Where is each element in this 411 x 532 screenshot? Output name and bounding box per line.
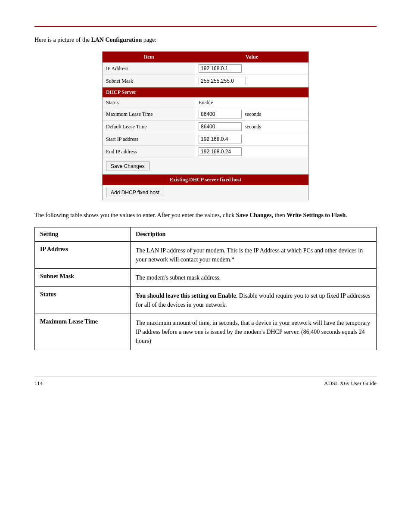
intro-text-before: Here is a picture of the bbox=[34, 37, 91, 43]
start-ip-label: Start IP address bbox=[103, 133, 195, 146]
desc-max-lease: The maximum amount of time, in seconds, … bbox=[131, 314, 377, 350]
table-row: IP Address bbox=[103, 62, 308, 75]
end-ip-input[interactable] bbox=[199, 147, 242, 156]
max-lease-unit: seconds bbox=[245, 111, 261, 117]
default-lease-input[interactable] bbox=[199, 122, 242, 131]
guide-name: ADSL X6v User Guide bbox=[324, 380, 377, 387]
setting-ip-address: IP Address bbox=[35, 242, 131, 269]
table-row: Default Lease Time seconds bbox=[103, 121, 308, 133]
subnet-mask-input[interactable] bbox=[199, 77, 246, 85]
value-column-header: Value bbox=[195, 52, 308, 62]
setting-subnet-mask: Subnet Mask bbox=[35, 269, 131, 287]
desc-status: You should leave this setting on Enable.… bbox=[131, 287, 377, 314]
lan-config-table-wrapper: Item Value IP Address Subnet Mask DHC bbox=[102, 51, 309, 200]
default-lease-value-cell: seconds bbox=[195, 121, 308, 133]
table-row: Subnet Mask The modem's subnet mask addr… bbox=[35, 269, 377, 287]
table-row: Subnet Mask bbox=[103, 75, 308, 87]
lan-config-table: Item Value IP Address Subnet Mask DHC bbox=[103, 52, 308, 158]
ip-address-input[interactable] bbox=[199, 64, 242, 73]
status-value-cell: Enable bbox=[195, 98, 308, 108]
ip-address-value-cell bbox=[195, 62, 308, 75]
table-row: Status Enable bbox=[103, 98, 308, 108]
end-ip-label: End IP address bbox=[103, 146, 195, 158]
intro-bold-text: LAN Configuration bbox=[91, 37, 142, 43]
subnet-mask-label: Subnet Mask bbox=[103, 75, 195, 87]
dhcp-section-header-cell: DHCP Server bbox=[103, 87, 308, 98]
add-dhcp-row: Add DHCP fixed host bbox=[103, 185, 308, 200]
save-changes-button[interactable]: Save Changes bbox=[106, 162, 149, 171]
intro-text-after: page: bbox=[142, 37, 156, 43]
setting-header: Setting bbox=[35, 227, 131, 242]
setting-status: Status bbox=[35, 287, 131, 314]
desc-subnet-mask: The modem's subnet mask address. bbox=[131, 269, 377, 287]
existing-dhcp-header: Existing DHCP server fixed host bbox=[103, 174, 308, 185]
intro-paragraph: Here is a picture of the LAN Configurati… bbox=[34, 35, 377, 44]
setting-max-lease: Maximum Lease Time bbox=[35, 314, 131, 350]
following-paragraph: The following table shows you the values… bbox=[34, 211, 377, 220]
table-row: Maximum Lease Time The maximum amount of… bbox=[35, 314, 377, 350]
start-ip-value-cell bbox=[195, 133, 308, 146]
max-lease-input[interactable] bbox=[199, 110, 242, 118]
start-ip-input[interactable] bbox=[199, 135, 242, 143]
default-lease-unit: seconds bbox=[245, 124, 261, 130]
description-header: Description bbox=[131, 227, 377, 242]
top-rule bbox=[34, 26, 377, 27]
description-table: Setting Description IP Address The LAN I… bbox=[34, 227, 377, 350]
max-lease-value-cell: seconds bbox=[195, 108, 308, 121]
item-column-header: Item bbox=[103, 52, 195, 62]
table-row: End IP address bbox=[103, 146, 308, 158]
page-number: 114 bbox=[34, 380, 43, 387]
table-row: Start IP address bbox=[103, 133, 308, 146]
default-lease-label: Default Lease Time bbox=[103, 121, 195, 133]
write-settings-bold: Write Settings to Flash bbox=[286, 212, 346, 218]
desc-ip-address: The LAN IP address of your modem. This i… bbox=[131, 242, 377, 269]
status-label: Status bbox=[103, 98, 195, 108]
table-row: Maximum Lease Time seconds bbox=[103, 108, 308, 121]
table-row: Status You should leave this setting on … bbox=[35, 287, 377, 314]
subnet-mask-value-cell bbox=[195, 75, 308, 87]
dhcp-section-header-row: DHCP Server bbox=[103, 87, 308, 98]
table-row: IP Address The LAN IP address of your mo… bbox=[35, 242, 377, 269]
save-changes-bold: Save Changes, bbox=[236, 212, 273, 218]
save-changes-row: Save Changes bbox=[103, 158, 308, 174]
end-ip-value-cell bbox=[195, 146, 308, 158]
status-bold-prefix: You should leave this setting on Enable bbox=[136, 292, 236, 299]
max-lease-label: Maximum Lease Time bbox=[103, 108, 195, 121]
ip-address-label: IP Address bbox=[103, 62, 195, 75]
page-footer: 114 ADSL X6v User Guide bbox=[34, 376, 377, 387]
add-dhcp-button[interactable]: Add DHCP fixed host bbox=[106, 188, 164, 197]
